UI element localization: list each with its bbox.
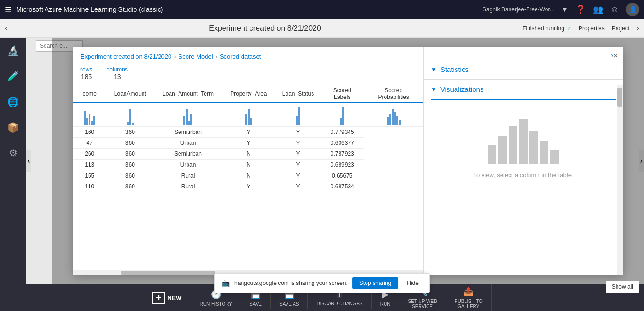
help-icon[interactable]: ❓ — [575, 4, 586, 15]
cell-loanamount-2: 360 — [106, 148, 154, 159]
cell-loanamount-0: 360 — [106, 126, 154, 137]
col-header-property[interactable]: Property_Area — [222, 85, 276, 103]
cell-term-3: Urban — [154, 159, 222, 170]
cell-status-0: Y — [276, 126, 321, 137]
sharing-text: hangouts.google.com is sharing your scre… — [234, 280, 348, 286]
cell-come-3: 113 — [73, 159, 106, 170]
modal-overlay: × Experiment created on 8/21/2020 › Scor… — [52, 38, 644, 284]
community-icon[interactable]: 👥 — [593, 4, 603, 15]
col-header-come[interactable]: come — [73, 85, 106, 103]
properties-tab[interactable]: Properties — [579, 25, 605, 32]
col-header-loanamount[interactable]: LoanAmount — [106, 85, 154, 103]
project-tab[interactable]: Project — [612, 25, 629, 32]
chart-cell-scored-prob — [364, 103, 423, 126]
chart-cell-scored-labels — [321, 103, 364, 126]
breadcrumb-part3[interactable]: Scored dataset — [220, 53, 261, 60]
sidebar-item-notebooks[interactable]: 🧪 — [5, 68, 21, 84]
cell-status-3: Y — [276, 159, 321, 170]
col-header-scored-prob[interactable]: ScoredProbabilities — [364, 85, 423, 103]
viz-bar-7 — [550, 150, 559, 164]
cell-property-3: N — [222, 159, 276, 170]
viz-bar-6 — [540, 141, 548, 164]
publish-label: PUBLISH TOGALLERY — [455, 299, 483, 309]
vertical-scrollbar[interactable] — [617, 85, 623, 275]
status-text: Finished running — [522, 25, 564, 32]
sidebar-item-settings[interactable]: ⚙ — [7, 145, 20, 161]
breadcrumb: Experiment created on 8/21/2020 › Score … — [73, 47, 423, 64]
col-header-scored-labels[interactable]: ScoredLabels — [321, 85, 364, 103]
viz-placeholder-text: To view, select a column in the table. — [473, 171, 573, 178]
statistics-title: Statistics — [440, 65, 469, 73]
sharing-icon: 📺 — [222, 279, 230, 287]
breadcrumb-sep1: › — [174, 53, 176, 60]
hide-sharing-button[interactable]: Hide — [403, 277, 422, 289]
col-header-status[interactable]: Loan_Status — [276, 85, 321, 103]
canvas-area: ‹ › × Experiment created on 8/21/2020 › … — [26, 38, 644, 284]
statistics-section-header[interactable]: ▼ Statistics — [424, 60, 623, 80]
table-row: 113 360 Urban N Y 0.689923 — [73, 159, 423, 170]
modal-left-panel: Experiment created on 8/21/2020 › Score … — [73, 47, 424, 275]
top-bar: ☰ Microsoft Azure Machine Learning Studi… — [0, 0, 644, 19]
experiment-title: Experiment created on 8/21/2020 — [15, 24, 515, 33]
avatar[interactable]: 👤 — [626, 3, 639, 16]
cell-scored-labels-5: 0.687534 — [321, 181, 364, 192]
save-label: SAVE — [250, 302, 262, 307]
dropdown-icon[interactable]: ▼ — [562, 6, 568, 13]
cell-loanamount-5: 360 — [106, 181, 154, 192]
visualizations-arrow-icon: ▼ — [431, 86, 437, 93]
sidebar-item-datasets[interactable]: 📦 — [5, 119, 21, 135]
cols-stat: columns 13 — [107, 66, 128, 80]
rows-stat: rows 185 — [80, 66, 92, 80]
feedback-icon[interactable]: ☺ — [610, 5, 619, 15]
expand-button[interactable]: › — [424, 47, 623, 60]
save-as-label: SAVE AS — [279, 302, 299, 307]
chart-cell-status — [276, 103, 321, 126]
data-table-container[interactable]: come LoanAmount Loan_Amount_Term Propert… — [73, 85, 423, 270]
workspace: 🔬 🧪 🌐 📦 ⚙ ‹ › × Experiment created on — [0, 38, 644, 284]
hamburger-icon[interactable]: ☰ — [5, 5, 11, 14]
table-row: 47 360 Urban Y Y 0.606377 — [73, 137, 423, 148]
sidebar-item-experiments[interactable]: 🔬 — [5, 43, 21, 59]
v-scroll-thumb — [617, 88, 622, 107]
nav-left[interactable]: ‹ — [5, 23, 8, 33]
col-header-term[interactable]: Loan_Amount_Term — [154, 85, 222, 103]
canvas-nav-left[interactable]: ‹ — [26, 150, 31, 172]
chart-cell-loanamount — [106, 103, 154, 126]
visualizations-section-header[interactable]: ▼ Visualizations — [424, 80, 623, 99]
chart-cell-come — [73, 103, 106, 126]
publish-icon: 📤 — [463, 286, 474, 297]
app-title: Microsoft Azure Machine Learning Studio … — [16, 6, 478, 13]
cell-scored-labels-1: 0.606377 — [321, 137, 364, 148]
cell-status-5: Y — [276, 181, 321, 192]
cell-come-5: 110 — [73, 181, 106, 192]
publish-button[interactable]: 📤 PUBLISH TOGALLERY — [446, 284, 492, 311]
header-bar: ‹ Experiment created on 8/21/2020 Finish… — [0, 19, 644, 38]
cell-term-0: Semiurban — [154, 126, 222, 137]
breadcrumb-part2[interactable]: Score Model — [179, 53, 213, 60]
h-scroll-thumb — [121, 271, 215, 275]
viz-bar-3 — [509, 126, 517, 164]
stop-sharing-button[interactable]: Stop sharing — [352, 277, 398, 289]
new-button[interactable]: + NEW — [152, 292, 181, 304]
stats-row: rows 185 columns 13 — [73, 64, 423, 85]
data-table: come LoanAmount Loan_Amount_Term Propert… — [73, 85, 423, 192]
cell-status-4: Y — [276, 170, 321, 181]
chart-row — [73, 103, 423, 126]
statistics-arrow-icon: ▼ — [431, 66, 437, 73]
new-label: NEW — [167, 294, 181, 302]
nav-right[interactable]: › — [636, 23, 639, 33]
user-label[interactable]: Sagnik Banerjee-Free-Wor... — [483, 6, 555, 13]
show-all-button[interactable]: Show all — [606, 281, 639, 293]
viz-bar-5 — [529, 131, 538, 164]
viz-chart — [488, 117, 559, 164]
visualizations-title: Visualizations — [440, 85, 483, 93]
cell-loanamount-1: 360 — [106, 137, 154, 148]
viz-bar-2 — [498, 136, 507, 164]
cell-loanamount-3: 360 — [106, 159, 154, 170]
modal-close-button[interactable]: × — [613, 51, 618, 61]
sidebar-item-webservices[interactable]: 🌐 — [5, 94, 21, 110]
cell-term-1: Urban — [154, 137, 222, 148]
cell-come-0: 160 — [73, 126, 106, 137]
breadcrumb-part1[interactable]: Experiment created on 8/21/2020 — [80, 53, 171, 60]
cell-property-0: Y — [222, 126, 276, 137]
